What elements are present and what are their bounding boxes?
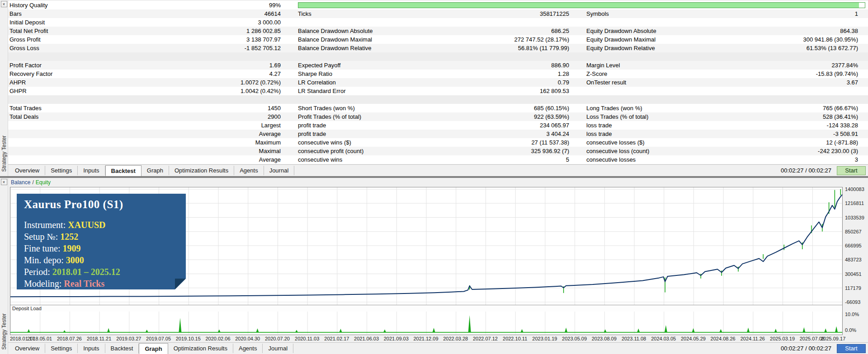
start-button[interactable]: Start <box>837 166 866 175</box>
stat-label: Equity Drawdown Absolute <box>569 27 718 35</box>
x-axis-label: 2019.03.27 <box>116 336 141 341</box>
x-axis-label: 2023.05.09 <box>562 336 587 341</box>
tab-settings[interactable]: Settings <box>45 344 78 353</box>
strip-title: Strategy Tester <box>1 135 7 172</box>
x-axis-label: 2021.06.03 <box>354 336 379 341</box>
stat-value: 3 404.24 <box>434 130 569 138</box>
x-axis-label: 2024.11.26 <box>741 336 765 341</box>
x-axis-label: 2022.10.11 <box>503 336 527 341</box>
stat-label: GHPR <box>8 87 148 95</box>
stats-row: AHPR1.0072 (0.72%)LR Correlation0.79OnTe… <box>8 78 868 87</box>
stat-value <box>718 52 858 61</box>
tab-optimization-results[interactable]: Optimization Results <box>168 344 233 353</box>
stat-label: Margin Level <box>569 61 718 70</box>
stat-label: Short Trades (won %) <box>281 104 434 112</box>
stat-value: 1.0042 (0.42%) <box>148 87 281 95</box>
stat-label: Balance Drawdown Absolute <box>281 27 434 35</box>
stats-row: Maximalconsecutive profit (count)325 936… <box>8 147 868 155</box>
stat-value: 325 936.92 (7) <box>434 147 569 155</box>
stat-value <box>148 95 281 104</box>
infobox-line-label: Setup №: <box>24 232 60 242</box>
stat-value: 5 <box>434 155 569 164</box>
stat-label: Ticks <box>281 9 434 18</box>
stat-value: 1 286 002.85 <box>148 27 281 35</box>
stat-value: -1 852 705.12 <box>148 44 281 52</box>
close-icon[interactable]: × <box>1 179 7 185</box>
tester-tabbar-top: OverviewSettingsInputsBacktestGraphOptim… <box>8 164 868 176</box>
stat-value: 922 (63.59%) <box>434 112 569 121</box>
stat-value: -3 508.91 <box>718 130 858 138</box>
x-axis-label: 2024.03.05 <box>651 336 676 341</box>
y-axis-label: 666995 <box>845 243 862 248</box>
stats-row: Gross Loss-1 852 705.12Balance Drawdown … <box>8 44 868 52</box>
tab-journal[interactable]: Journal <box>264 166 295 175</box>
stat-value: 864.38 <box>718 27 858 35</box>
stat-label: Z-Score <box>569 70 718 78</box>
stat-value: 3 <box>718 155 858 164</box>
y-axis-label: 850267 <box>845 229 862 234</box>
stat-label: consecutive wins <box>281 155 434 164</box>
stat-value: 12 (-871.88) <box>718 138 858 147</box>
infobox-line: Instrument: XAUUSD <box>24 219 179 231</box>
stats-row: Largestprofit trade234 065.97loss trade-… <box>8 121 868 130</box>
tab-inputs[interactable]: Inputs <box>78 344 105 353</box>
strategy-tester-strip-top: × Strategy Tester <box>0 0 8 176</box>
stat-value: 234 065.97 <box>434 121 569 130</box>
stats-row: Total Net Profit1 286 002.85Balance Draw… <box>8 27 868 35</box>
stat-label: Balance Drawdown Relative <box>281 44 434 52</box>
stat-value <box>434 18 569 27</box>
stat-value <box>434 95 569 104</box>
tab-journal[interactable]: Journal <box>263 344 293 353</box>
tab-overview[interactable]: Overview <box>9 344 45 353</box>
tab-graph[interactable]: Graph <box>139 343 168 354</box>
x-axis-label: 2019.07.05 <box>146 336 171 341</box>
stat-label: Total Deals <box>8 112 148 121</box>
infobox-line: Setup №: 1252 <box>24 231 179 242</box>
stat-label <box>569 95 718 104</box>
stats-spacer-row <box>8 52 868 61</box>
stat-label: profit trade <box>281 130 434 138</box>
strip-title: Strategy Tester <box>1 313 7 349</box>
stat-value: 272 747.52 (28.17%) <box>434 35 569 44</box>
legend-separator: / <box>32 179 33 186</box>
tab-settings[interactable]: Settings <box>45 166 78 175</box>
stat-value: 56.81% (11 779.99) <box>434 44 569 52</box>
infobox-line-label: Instrument: <box>24 220 68 230</box>
stats-row: Averageprofit trade3 404.24loss trade-3 … <box>8 130 868 138</box>
stat-label: Expected Payoff <box>281 61 434 70</box>
tab-inputs[interactable]: Inputs <box>78 166 105 175</box>
stat-value: 2377.84% <box>718 61 858 70</box>
x-axis-label: 2018.11.21 <box>87 336 111 341</box>
stat-label: Gross Loss <box>8 44 148 52</box>
stat-value: 1.0072 (0.72%) <box>148 78 281 87</box>
tab-graph[interactable]: Graph <box>142 166 169 175</box>
stat-label: Gross Profit <box>8 35 148 44</box>
deposit-load-chart <box>10 312 842 334</box>
stat-value: 300 941.86 (30.95%) <box>718 35 858 44</box>
elapsed-time: 00:02:27 / 00:02:27 <box>781 167 837 174</box>
tab-agents[interactable]: Agents <box>234 166 264 175</box>
stats-row: Maximumconsecutive wins ($)27 (11 537.38… <box>8 138 868 147</box>
tab-optimization-results[interactable]: Optimization Results <box>169 166 234 175</box>
tab-agents[interactable]: Agents <box>233 344 263 353</box>
stat-label: Symbols <box>569 9 718 18</box>
stats-row: History Quality99% <box>8 1 868 9</box>
tab-backtest[interactable]: Backtest <box>105 344 139 353</box>
stat-label <box>8 138 148 147</box>
y-axis-label: -66093 <box>845 299 860 305</box>
graph-panel: × Strategy Tester Balance/Equity Deposit… <box>0 178 868 354</box>
stats-row: Total Trades1450Short Trades (won %)685 … <box>8 104 868 112</box>
stat-value: 886.90 <box>434 61 569 70</box>
stat-value: Largest <box>148 121 281 130</box>
stat-value: 162 809.53 <box>434 87 569 95</box>
tab-overview[interactable]: Overview <box>9 166 45 175</box>
chart-container: Deposit Load Xaurus Pro100 (S1) Instrume… <box>10 187 843 335</box>
stat-label: Total Net Profit <box>8 27 148 35</box>
tab-backtest[interactable]: Backtest <box>105 165 142 176</box>
stat-value: 685 (60.15%) <box>434 104 569 112</box>
x-axis-label: 2025.03.19 <box>770 336 795 341</box>
x-axis-label: 2018.07.26 <box>57 336 82 341</box>
start-button[interactable]: Start <box>837 344 866 353</box>
close-icon[interactable]: × <box>1 1 7 7</box>
stats-row: GHPR1.0042 (0.42%)LR Standard Error162 8… <box>8 87 868 95</box>
